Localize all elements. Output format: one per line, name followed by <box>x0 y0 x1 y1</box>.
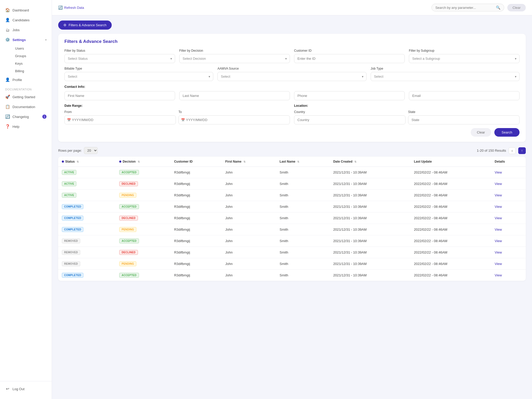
sidebar-item-groups[interactable]: Groups <box>12 52 52 60</box>
status-badge: ACTIVE <box>62 181 76 186</box>
sidebar-item-keys[interactable]: Keys <box>12 60 52 67</box>
main-content: 🔄 Refresh Data 🔍 Clear ⚙ Filters & Advan… <box>52 0 532 399</box>
location-inputs: Country State <box>294 110 520 124</box>
filter-phone-input[interactable] <box>294 91 405 100</box>
refresh-icon: 🔄 <box>58 5 63 10</box>
sidebar-item-jobs[interactable]: 🗂 Jobs <box>0 25 52 35</box>
cell-date-created: 2021/12/31 - 10:39AM <box>330 212 410 224</box>
col-details: Details <box>491 157 526 167</box>
decision-badge: PENDING <box>119 227 136 232</box>
status-badge: COMPLETED <box>62 273 83 278</box>
filter-decision-select[interactable]: Select Decision <box>179 54 290 63</box>
view-link[interactable]: View <box>495 182 502 186</box>
filter-jobtype-select[interactable]: Select <box>371 72 520 81</box>
filter-phone-group <box>294 91 405 100</box>
filter-clear-button[interactable]: Clear <box>471 128 491 137</box>
sidebar-item-profile-label: Profile <box>12 78 22 82</box>
filter-date-range-label: Date Range: <box>64 104 290 108</box>
filter-billable-select[interactable]: Select <box>64 72 213 81</box>
view-link[interactable]: View <box>495 262 502 266</box>
decision-dot <box>119 161 121 163</box>
table-row: REMOVED ACCEPTED R3difbmgij John Smith 2… <box>58 235 526 247</box>
col-date-created[interactable]: Date Created ⇅ <box>330 157 410 167</box>
view-link[interactable]: View <box>495 250 502 254</box>
cell-customer-id: R3difbmgij <box>170 270 222 281</box>
sidebar-item-profile[interactable]: 👤 Profile <box>0 75 52 85</box>
search-icon[interactable]: 🔍 <box>496 5 500 10</box>
filter-from-input[interactable] <box>64 115 176 124</box>
filter-status-wrap: Select Status <box>64 54 175 63</box>
filter-aamva-select[interactable]: Select <box>217 72 366 81</box>
filter-state-input[interactable] <box>408 115 520 124</box>
cell-last-update: 2022/02/22 - 08:46AM <box>410 270 491 281</box>
sidebar-item-getting-started[interactable]: 🚀 Getting Started <box>0 92 52 102</box>
cell-customer-id: R3difbmgij <box>170 201 222 212</box>
filter-firstname-input[interactable] <box>64 91 175 100</box>
cell-status: COMPLETED <box>58 212 116 224</box>
sidebar-item-groups-label: Groups <box>15 54 26 58</box>
col-first-name[interactable]: First Name ⇅ <box>222 157 276 167</box>
cell-last-name: Smith <box>276 212 329 224</box>
sidebar-item-billing[interactable]: Billing <box>12 67 52 75</box>
sidebar-sub-settings: Users Groups Keys Billing <box>0 45 52 75</box>
pagination-next-button[interactable]: ↑ <box>518 147 526 154</box>
pagination-prev-button[interactable]: ‹ <box>509 147 516 154</box>
filters-toggle-button[interactable]: ⚙ Filters & Advance Search <box>58 21 112 30</box>
status-badge: COMPLETED <box>62 216 83 221</box>
col-decision[interactable]: Decision ⇅ <box>116 157 170 167</box>
sidebar-item-candidates[interactable]: 👤 Candidates <box>0 15 52 25</box>
filter-to-input[interactable] <box>178 115 290 124</box>
sidebar-item-help[interactable]: ❓ Help <box>0 122 52 131</box>
view-link[interactable]: View <box>495 273 502 277</box>
filter-status-select[interactable]: Select Status <box>64 54 175 63</box>
filter-customer-id-group: Customer ID <box>294 49 405 63</box>
filter-location-group: Location: Country State <box>294 104 520 124</box>
cell-details: View <box>491 235 526 247</box>
view-link[interactable]: View <box>495 239 502 243</box>
filter-lastname-group <box>179 91 290 100</box>
rows-per-page-select[interactable]: 20 <box>84 147 98 154</box>
view-link[interactable]: View <box>495 193 502 197</box>
cell-decision: ACCEPTED <box>116 270 170 281</box>
filter-customer-id-input[interactable] <box>294 54 405 63</box>
filter-subgroup-select[interactable]: Select a Subgroup <box>409 54 520 63</box>
sidebar-item-changelog[interactable]: 🔄 Changelog 1 <box>0 112 52 122</box>
sidebar-item-help-label: Help <box>12 125 19 129</box>
contact-info-label: Contact Info: <box>64 85 520 89</box>
filter-email-input[interactable] <box>409 91 520 100</box>
decision-badge: ACCEPTED <box>119 204 139 209</box>
cell-first-name: John <box>222 190 276 201</box>
table-row: COMPLETED PENDING R3difbmgij John Smith … <box>58 224 526 235</box>
cell-last-name: Smith <box>276 167 329 178</box>
col-last-name[interactable]: Last Name ⇅ <box>276 157 329 167</box>
sidebar-item-users[interactable]: Users <box>12 45 52 52</box>
sidebar-item-dashboard[interactable]: 🏠 Dashboard <box>0 5 52 15</box>
view-link[interactable]: View <box>495 228 502 231</box>
filter-search-button[interactable]: Search <box>494 128 520 137</box>
filter-decision-group: Filter by Decision Select Decision <box>179 49 290 63</box>
search-input[interactable] <box>435 6 494 10</box>
sidebar-item-documentation[interactable]: 📋 Documentation <box>0 102 52 112</box>
refresh-button[interactable]: 🔄 Refresh Data <box>58 5 84 10</box>
logout-button[interactable]: ↩ Log Out <box>0 384 52 394</box>
search-bar: 🔍 <box>431 4 504 11</box>
filter-lastname-input[interactable] <box>179 91 290 100</box>
view-link[interactable]: View <box>495 216 502 220</box>
cell-decision: DECLINED <box>116 247 170 258</box>
dashboard-icon: 🏠 <box>5 8 10 12</box>
cell-first-name: John <box>222 224 276 235</box>
table-row: ACTIVE ACCEPTED R3difbmgij John Smith 20… <box>58 167 526 178</box>
col-status[interactable]: Status ⇅ <box>58 157 116 167</box>
filter-billable-label: Billable Type <box>64 67 213 70</box>
filter-jobtype-wrap: Select <box>371 72 520 81</box>
view-link[interactable]: View <box>495 205 502 209</box>
view-link[interactable]: View <box>495 170 502 174</box>
filter-country-input[interactable] <box>294 115 405 124</box>
status-badge: COMPLETED <box>62 227 83 232</box>
filter-subgroup-group: Filter by Subgroup Select a Subgroup <box>409 49 520 63</box>
sidebar-item-settings[interactable]: ⚙️ Settings ▾ <box>0 35 52 45</box>
topbar-clear-button[interactable]: Clear <box>507 4 526 11</box>
cell-date-created: 2021/12/31 - 10:39AM <box>330 235 410 247</box>
cell-status: COMPLETED <box>58 270 116 281</box>
cell-decision: PENDING <box>116 190 170 201</box>
